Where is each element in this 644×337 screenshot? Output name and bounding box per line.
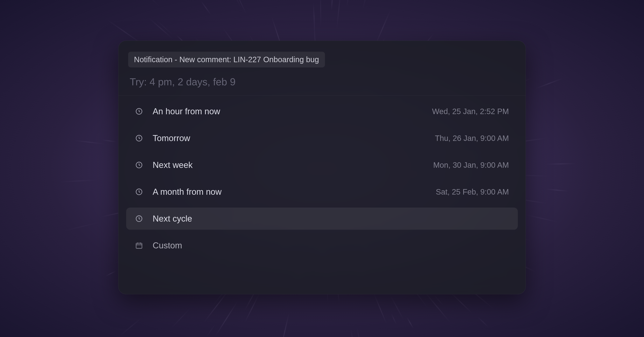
clock-icon xyxy=(135,161,143,169)
clock-icon xyxy=(135,215,143,223)
option-date: Sat, 25 Feb, 9:00 AM xyxy=(436,188,509,196)
option-label: Next week xyxy=(153,160,433,170)
option-label: Next cycle xyxy=(153,214,509,224)
modal-header: Notification - New comment: LIN-227 Onbo… xyxy=(118,41,526,67)
option-custom[interactable]: Custom xyxy=(126,234,518,257)
option-next-cycle[interactable]: Next cycle xyxy=(126,208,518,230)
svg-rect-5 xyxy=(136,243,142,248)
option-hour-from-now[interactable]: An hour from now Wed, 25 Jan, 2:52 PM xyxy=(126,100,518,122)
option-label: Tomorrow xyxy=(153,133,435,143)
option-date: Thu, 26 Jan, 9:00 AM xyxy=(435,134,509,143)
option-month-from-now[interactable]: A month from now Sat, 25 Feb, 9:00 AM xyxy=(126,181,518,203)
search-input[interactable] xyxy=(130,76,514,88)
options-list: An hour from now Wed, 25 Jan, 2:52 PM To… xyxy=(118,96,526,257)
search-input-wrapper xyxy=(118,67,526,96)
option-label: Custom xyxy=(153,241,509,250)
clock-icon xyxy=(135,134,143,142)
option-label: A month from now xyxy=(153,187,436,197)
option-label: An hour from now xyxy=(153,106,432,116)
context-badge-text: Notification - New comment: LIN-227 Onbo… xyxy=(134,55,319,64)
snooze-picker-modal: Notification - New comment: LIN-227 Onbo… xyxy=(118,41,526,294)
context-badge: Notification - New comment: LIN-227 Onbo… xyxy=(128,52,325,67)
calendar-icon xyxy=(135,242,143,249)
clock-icon xyxy=(135,188,143,196)
option-next-week[interactable]: Next week Mon, 30 Jan, 9:00 AM xyxy=(126,154,518,176)
option-tomorrow[interactable]: Tomorrow Thu, 26 Jan, 9:00 AM xyxy=(126,127,518,149)
option-date: Mon, 30 Jan, 9:00 AM xyxy=(433,161,509,169)
clock-icon xyxy=(135,107,143,115)
option-date: Wed, 25 Jan, 2:52 PM xyxy=(432,107,509,116)
